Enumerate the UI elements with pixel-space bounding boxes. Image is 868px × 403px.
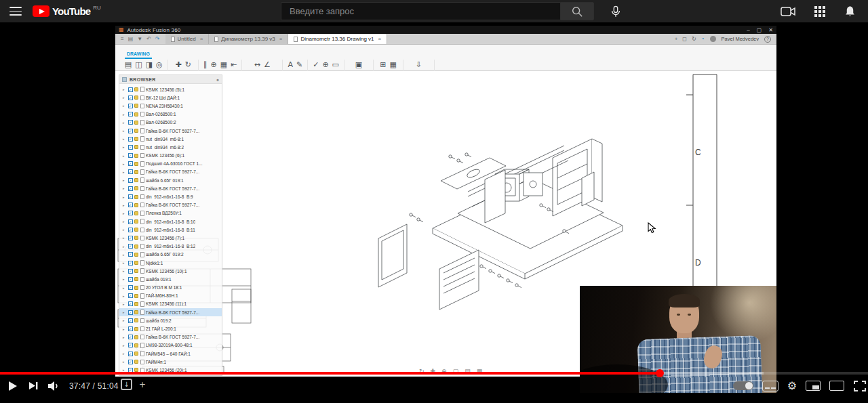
save-icon[interactable]: ▼ xyxy=(137,36,142,42)
expand-icon[interactable]: ▸ xyxy=(123,236,126,240)
sync-icon[interactable]: ↻ xyxy=(692,36,696,42)
fullscreen-button[interactable] xyxy=(853,381,867,391)
notifications-button[interactable] xyxy=(844,5,856,18)
section-view-icon[interactable]: ◨ xyxy=(146,60,153,70)
dimension-icon[interactable]: ↔ xyxy=(254,60,260,70)
browser-item[interactable]: ▸✓din_912-m6x1-16-8_B:12 xyxy=(119,242,222,251)
visibility-checkbox[interactable]: ✓ xyxy=(128,104,133,108)
surface-texture-icon[interactable]: ✓ xyxy=(313,60,319,70)
visibility-checkbox[interactable]: ✓ xyxy=(128,343,133,347)
play-button[interactable] xyxy=(5,379,20,394)
workspace-tab-drawing[interactable]: DRAWING xyxy=(125,51,152,59)
visibility-checkbox[interactable]: ✓ xyxy=(128,261,133,266)
next-button[interactable] xyxy=(26,379,41,394)
expand-icon[interactable]: ▸ xyxy=(123,343,126,347)
visibility-checkbox[interactable]: ✓ xyxy=(128,161,133,166)
create-video-button[interactable] xyxy=(781,6,795,17)
expand-icon[interactable]: ▸ xyxy=(123,245,126,249)
browser-item[interactable]: ▸✓Гайка B-6K ГОСТ 5927-7... xyxy=(119,308,222,316)
browser-item[interactable]: ▸✓21 ГАЙ L-200:1 xyxy=(119,324,222,333)
browser-item[interactable]: ▸✓шайба 019:1 xyxy=(119,275,222,283)
expand-icon[interactable]: ▸ xyxy=(123,154,126,158)
browser-item[interactable]: ▸✓шайба 6.65Г 019:1 xyxy=(119,176,222,184)
menu-icon[interactable]: ≡ xyxy=(121,36,124,42)
expand-icon[interactable]: ▸ xyxy=(123,186,126,190)
visibility-checkbox[interactable]: ✓ xyxy=(128,326,133,331)
visibility-checkbox[interactable]: ✓ xyxy=(128,203,133,207)
tab-close-icon[interactable]: × xyxy=(279,36,283,42)
document-tab[interactable]: Untitled× xyxy=(165,34,210,44)
expand-icon[interactable]: ▸ xyxy=(123,170,126,174)
browser-item[interactable]: ▸✓BK-12 Шd ДАЙ:1 xyxy=(119,93,222,102)
avatar[interactable] xyxy=(710,36,716,42)
browser-item[interactable]: ▸✓Вал-0268500:2 xyxy=(119,119,222,127)
expand-icon[interactable]: ▸ xyxy=(123,286,126,290)
browser-item[interactable]: ▸✓Гайка B-6K ГОСТ 5927-7... xyxy=(119,168,222,176)
help-button[interactable]: ? xyxy=(764,36,771,43)
apps-button[interactable] xyxy=(814,6,825,17)
window-maximize-button[interactable]: ▢ xyxy=(757,27,762,33)
expand-icon[interactable]: ▸ xyxy=(123,87,126,91)
visibility-checkbox[interactable]: ✓ xyxy=(128,252,133,257)
browser-item[interactable]: ▸✓Подшип 4A-63016 ГОСТ 1... xyxy=(119,160,222,168)
angle-dimension-icon[interactable]: ∠ xyxy=(264,60,271,70)
browser-item[interactable]: ▸✓Пленка ВД250У:1 xyxy=(119,209,222,217)
rotate-icon[interactable]: ↻ xyxy=(185,60,191,70)
expand-icon[interactable]: ▸ xyxy=(123,335,126,339)
browser-item[interactable]: ▸✓Гайка B-6K ГОСТ 5927-7... xyxy=(119,333,222,341)
edge-extension-icon[interactable]: ⇤ xyxy=(231,60,237,70)
expand-icon[interactable]: ▸ xyxy=(123,318,126,322)
expand-icon[interactable]: ▸ xyxy=(123,327,126,331)
visibility-checkbox[interactable]: ✓ xyxy=(128,228,133,232)
visibility-checkbox[interactable]: ✓ xyxy=(128,211,133,215)
browser-item[interactable]: ▸✓KSMK 123456 (5):1 xyxy=(119,85,222,93)
visibility-checkbox[interactable]: ✓ xyxy=(128,277,133,282)
expand-icon[interactable]: ▸ xyxy=(123,302,126,306)
parts-list-icon[interactable]: ▦ xyxy=(389,60,396,70)
expand-icon[interactable]: ▸ xyxy=(123,360,126,364)
visibility-checkbox[interactable]: ✓ xyxy=(128,219,133,224)
browser-item[interactable]: ▸✓Гайка B-6K ГОСТ 5927-7... xyxy=(119,184,222,192)
comments-icon[interactable]: ◻ xyxy=(682,36,687,42)
visibility-checkbox[interactable]: ✓ xyxy=(128,244,133,249)
browser-item[interactable]: ▸✓nut_din934_m6-8:2 xyxy=(119,143,222,151)
browser-item[interactable]: ▸✓шайба 6.65Г 019:2 xyxy=(119,251,222,259)
search-button[interactable] xyxy=(560,2,594,20)
expand-icon[interactable]: ▸ xyxy=(123,277,126,281)
expand-icon[interactable]: ▸ xyxy=(123,96,126,100)
expand-icon[interactable]: ▸ xyxy=(123,195,126,199)
expand-icon[interactable]: ▸ xyxy=(123,294,126,298)
document-tab[interactable]: Динамометр 13.39 v3× xyxy=(209,34,288,44)
projected-view-icon[interactable]: ◫ xyxy=(135,60,142,70)
visibility-checkbox[interactable]: ✓ xyxy=(128,236,133,240)
browser-item[interactable]: ▸✓din_912-m6x1-16-8_B:10 xyxy=(119,217,222,226)
output-icon[interactable]: ⇩ xyxy=(416,60,422,70)
browser-item[interactable]: ▸✓KSMK 123456 (11):1 xyxy=(119,300,222,308)
new-tab-icon[interactable]: + xyxy=(675,36,678,42)
browser-item[interactable]: ▸✓LM98-32019A-800-48:1 xyxy=(119,341,222,349)
visibility-checkbox[interactable]: ✓ xyxy=(128,186,133,191)
centerline-icon[interactable]: ∥ xyxy=(203,60,208,70)
browser-item[interactable]: ▸✓KSMK 123456 (7):1 xyxy=(119,234,222,242)
volume-button[interactable] xyxy=(46,379,62,394)
captions-button[interactable] xyxy=(762,381,778,391)
expand-icon[interactable]: ▸ xyxy=(123,211,126,215)
tab-close-icon[interactable]: × xyxy=(200,36,203,42)
youtube-logo[interactable]: YouTube RU xyxy=(33,5,101,17)
visibility-checkbox[interactable]: ✓ xyxy=(128,169,133,174)
browser-item[interactable]: ▸✓ГАЙ-М6Н-80Н:1 xyxy=(119,292,222,300)
visibility-checkbox[interactable]: ✓ xyxy=(128,285,133,290)
expand-icon[interactable]: ▸ xyxy=(123,129,126,133)
redo-icon[interactable]: ↷ xyxy=(155,36,160,42)
theater-button[interactable] xyxy=(829,381,844,391)
move-icon[interactable]: ✚ xyxy=(176,60,182,70)
browser-item[interactable]: ▸✓ГАЙМ545 – 640 ГАЙ:1 xyxy=(119,349,222,358)
visibility-checkbox[interactable]: ✓ xyxy=(128,301,133,306)
visibility-checkbox[interactable]: ✓ xyxy=(128,96,133,100)
search-input[interactable] xyxy=(281,2,560,20)
expand-icon[interactable]: ▸ xyxy=(123,178,126,182)
voice-search-button[interactable] xyxy=(606,2,625,20)
extension-add-button[interactable]: + xyxy=(139,380,146,389)
visibility-checkbox[interactable]: ✓ xyxy=(128,120,133,125)
browser-item[interactable]: ▸✓din_912-m6x1-16-8_B:11 xyxy=(119,226,222,234)
